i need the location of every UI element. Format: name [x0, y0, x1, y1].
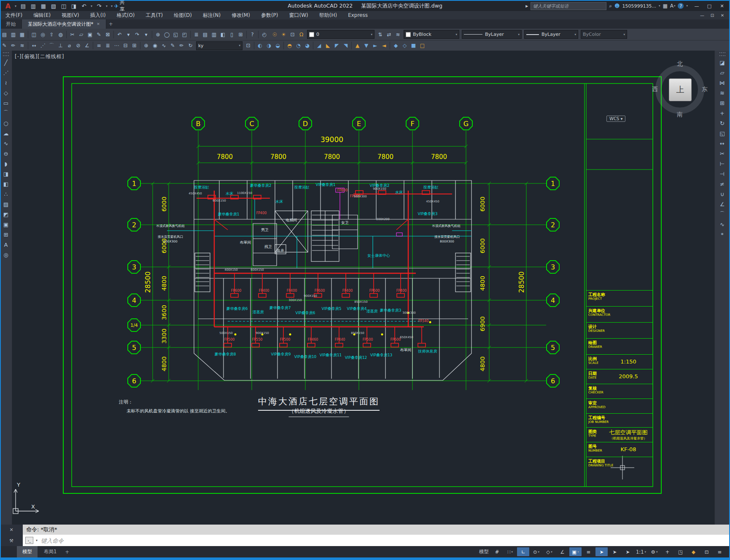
- block-editor-icon[interactable]: ⊠: [103, 30, 112, 39]
- layer-select[interactable]: 0 ▾: [307, 30, 374, 39]
- tab-close-icon[interactable]: ✕: [97, 22, 100, 26]
- layer-previous-icon[interactable]: ⇄: [385, 30, 393, 39]
- doc-close-button[interactable]: ✕: [717, 11, 727, 19]
- color-select[interactable]: ByBlock ▾: [404, 30, 459, 39]
- command-input[interactable]: [40, 537, 730, 544]
- gradient-icon[interactable]: ◩: [1, 209, 11, 219]
- text-style-icon[interactable]: ✎: [0, 41, 9, 50]
- circle-icon[interactable]: ○: [1, 118, 11, 128]
- dim-space-icon[interactable]: ⊞: [130, 41, 139, 50]
- subtract-icon[interactable]: ◑: [264, 41, 273, 50]
- menu-d[interactable]: 绘图(D): [168, 11, 197, 19]
- spline-icon[interactable]: ∿: [1, 138, 11, 148]
- extend-icon[interactable]: ⊢: [717, 159, 727, 169]
- layer-lock-unlock-icon[interactable]: Ω: [297, 30, 306, 39]
- palette-grip[interactable]: [719, 52, 725, 56]
- point-style-icon[interactable]: ◎: [1, 250, 11, 260]
- break-at-point-icon[interactable]: ⊣: [717, 169, 727, 179]
- dim-baseline-icon[interactable]: ≣: [103, 41, 112, 50]
- press-pull-icon[interactable]: ◔: [294, 41, 303, 50]
- dimstyle-select[interactable]: ky ▾: [196, 41, 242, 50]
- spell-check-icon[interactable]: ≋: [18, 41, 27, 50]
- open-file-icon[interactable]: ▥: [9, 30, 18, 39]
- layer-states-icon[interactable]: ▤: [201, 30, 210, 39]
- hatch-icon[interactable]: ▨: [1, 199, 11, 209]
- extrude-icon[interactable]: ◓: [285, 41, 294, 50]
- tab-start[interactable]: 开始: [0, 19, 22, 29]
- line-icon[interactable]: ╱: [1, 57, 11, 67]
- palette-grip[interactable]: [3, 52, 9, 56]
- intersect-icon[interactable]: ◒: [273, 41, 282, 50]
- chamfer-edge-icon[interactable]: ◣: [323, 41, 332, 50]
- construction-line-icon[interactable]: ⋰: [1, 67, 11, 78]
- etransmit-icon[interactable]: ◍: [56, 30, 65, 39]
- cut-clip-icon[interactable]: ✂: [68, 30, 77, 39]
- command-customize-icon[interactable]: ⚒: [9, 538, 13, 544]
- menu-express[interactable]: Express: [342, 11, 373, 19]
- autodesk-app-icon[interactable]: A▾: [670, 3, 676, 9]
- qnew-icon[interactable]: ▤: [19, 2, 28, 10]
- fillet-icon[interactable]: ⌒: [717, 209, 727, 219]
- copy-icon[interactable]: ▱: [717, 67, 727, 78]
- qat-caret-icon[interactable]: ▾: [110, 2, 114, 10]
- command-prompt-caret-icon[interactable]: ▾: [36, 538, 38, 542]
- redo-icon[interactable]: ↷: [94, 2, 104, 10]
- undo-list-caret-icon[interactable]: ▾: [124, 30, 133, 39]
- copy-clip-icon[interactable]: ▱: [77, 30, 86, 39]
- status-model-space[interactable]: 模型: [478, 547, 490, 556]
- redo-caret-icon[interactable]: ▾: [105, 2, 109, 10]
- fillet-edge-icon[interactable]: ◢: [315, 41, 323, 50]
- tolerance-icon[interactable]: ⊕: [142, 41, 151, 50]
- match-properties-icon[interactable]: ✎: [94, 30, 103, 39]
- move-3d-icon[interactable]: ■: [409, 41, 418, 50]
- sheet-set-manager-icon[interactable]: ◴: [260, 30, 269, 39]
- make-block-icon[interactable]: ◧: [1, 179, 11, 189]
- wcs-dropdown[interactable]: WCS ▾: [606, 116, 625, 122]
- align-3d-icon[interactable]: ◇: [400, 41, 409, 50]
- polyline-icon[interactable]: ≀: [1, 78, 11, 88]
- account-caret-icon[interactable]: ▾: [659, 4, 660, 8]
- tab-document[interactable]: 某国际大酒店中央空调设计图* ✕: [22, 19, 106, 29]
- status-polar-tracking[interactable]: ⊙▾: [530, 547, 542, 556]
- break-icon[interactable]: ≠: [717, 179, 727, 189]
- ellipse-arc-icon[interactable]: ◗: [1, 159, 11, 169]
- join-icon[interactable]: ∪: [717, 189, 727, 199]
- status-customization[interactable]: ≡: [714, 547, 726, 556]
- layer-isolate-icon[interactable]: ◧: [218, 30, 227, 39]
- dim-ordinate-icon[interactable]: ⊥: [56, 41, 65, 50]
- lineweight-select[interactable]: ByLayer ▾: [524, 30, 578, 39]
- redo-tool-icon[interactable]: ↷: [133, 30, 142, 39]
- viewcube-south[interactable]: 南: [677, 111, 683, 118]
- open-icon[interactable]: ▥: [29, 2, 38, 10]
- search-icon[interactable]: ⌕: [609, 3, 612, 9]
- explode-icon[interactable]: *: [717, 229, 727, 240]
- doc-restore-button[interactable]: ⊡: [707, 11, 717, 19]
- stretch-icon[interactable]: ↔: [717, 138, 727, 148]
- share-icon[interactable]: ✈共享: [115, 2, 124, 10]
- zoom-previous-icon[interactable]: ◰: [180, 30, 189, 39]
- polygon-icon[interactable]: ◇: [1, 88, 11, 98]
- array-icon[interactable]: ⊞: [717, 98, 727, 108]
- drawing-canvas[interactable]: [-][俯视][二维线框] 上 北 西 东 南 WCS ▾ Y X 中海大酒店七…: [12, 51, 714, 525]
- search-input[interactable]: [531, 2, 606, 10]
- multiline-text-icon[interactable]: A: [1, 240, 11, 250]
- status-workspace-switching[interactable]: ⚙▾: [648, 547, 660, 556]
- status-isometric-drafting[interactable]: ◇▾: [543, 547, 555, 556]
- union-icon[interactable]: ◐: [256, 41, 264, 50]
- plot-dialog-icon[interactable]: ◫: [30, 30, 38, 39]
- status-annotation-visibility[interactable]: ➤: [622, 547, 634, 556]
- pan-icon[interactable]: ⊕: [154, 30, 162, 39]
- status-graphics-performance[interactable]: ◆: [687, 547, 700, 556]
- menu-h[interactable]: 帮助(H): [314, 11, 342, 19]
- status-lineweight-display[interactable]: ≡: [582, 547, 595, 556]
- help-icon[interactable]: ?: [248, 30, 257, 39]
- command-close-icon[interactable]: ✕: [9, 527, 13, 533]
- minimize-button[interactable]: —: [690, 1, 703, 11]
- paste-clip-icon[interactable]: ▣: [86, 30, 94, 39]
- redo-list-caret-icon[interactable]: ▾: [142, 30, 151, 39]
- zoom-window-icon[interactable]: ◱: [171, 30, 180, 39]
- status-snap-mode[interactable]: ∷▾: [504, 547, 516, 556]
- search-expand-icon[interactable]: ▸: [525, 3, 528, 9]
- layer-properties-icon[interactable]: ≣: [192, 30, 201, 39]
- viewcube-east[interactable]: 东: [702, 86, 708, 93]
